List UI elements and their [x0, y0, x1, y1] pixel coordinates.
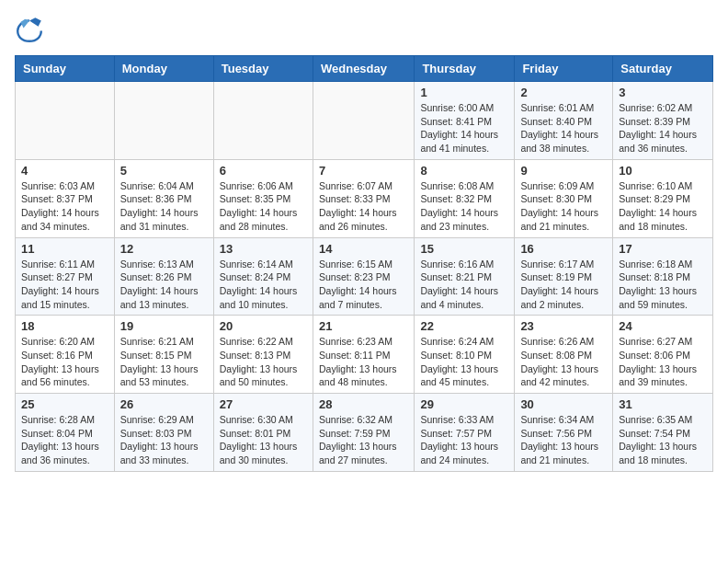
day-info: Sunrise: 6:04 AM Sunset: 8:36 PM Dayligh… [120, 179, 208, 234]
day-cell: 28Sunrise: 6:32 AM Sunset: 7:59 PM Dayli… [313, 394, 414, 472]
day-cell [114, 82, 213, 160]
day-info: Sunrise: 6:21 AM Sunset: 8:15 PM Dayligh… [120, 335, 208, 389]
header-day-sunday: Sunday [16, 56, 115, 82]
header-day-wednesday: Wednesday [313, 56, 414, 82]
day-number: 2 [520, 86, 607, 99]
day-number: 15 [420, 242, 508, 256]
day-number: 21 [319, 319, 408, 333]
header-day-saturday: Saturday [613, 56, 713, 82]
day-cell: 24Sunrise: 6:27 AM Sunset: 8:06 PM Dayli… [613, 316, 713, 394]
day-number: 5 [120, 164, 208, 178]
week-row-1: 1Sunrise: 6:00 AM Sunset: 8:41 PM Daylig… [16, 82, 713, 160]
day-cell: 2Sunrise: 6:01 AM Sunset: 8:40 PM Daylig… [515, 82, 613, 160]
day-cell: 8Sunrise: 6:08 AM Sunset: 8:32 PM Daylig… [415, 159, 515, 237]
day-info: Sunrise: 6:28 AM Sunset: 8:04 PM Dayligh… [21, 413, 108, 467]
day-number: 28 [319, 397, 408, 411]
day-info: Sunrise: 6:03 AM Sunset: 8:37 PM Dayligh… [21, 179, 108, 234]
day-info: Sunrise: 6:16 AM Sunset: 8:21 PM Dayligh… [420, 258, 508, 312]
day-cell: 4Sunrise: 6:03 AM Sunset: 8:37 PM Daylig… [16, 159, 115, 237]
calendar-body: 1Sunrise: 6:00 AM Sunset: 8:41 PM Daylig… [16, 82, 713, 472]
day-cell: 3Sunrise: 6:02 AM Sunset: 8:39 PM Daylig… [613, 82, 713, 160]
day-info: Sunrise: 6:20 AM Sunset: 8:16 PM Dayligh… [21, 335, 108, 389]
day-number: 7 [319, 164, 408, 178]
day-number: 19 [120, 319, 208, 333]
day-number: 30 [520, 397, 607, 411]
day-number: 20 [220, 319, 307, 333]
day-cell: 31Sunrise: 6:35 AM Sunset: 7:54 PM Dayli… [613, 394, 713, 472]
day-cell: 22Sunrise: 6:24 AM Sunset: 8:10 PM Dayli… [415, 316, 515, 394]
day-info: Sunrise: 6:08 AM Sunset: 8:32 PM Dayligh… [420, 179, 508, 234]
day-cell: 14Sunrise: 6:15 AM Sunset: 8:23 PM Dayli… [313, 237, 414, 316]
day-info: Sunrise: 6:26 AM Sunset: 8:08 PM Dayligh… [520, 335, 607, 389]
logo-icon [15, 15, 44, 44]
day-number: 11 [21, 242, 108, 256]
day-info: Sunrise: 6:30 AM Sunset: 8:01 PM Dayligh… [220, 413, 307, 467]
day-cell: 13Sunrise: 6:14 AM Sunset: 8:24 PM Dayli… [213, 237, 313, 316]
day-cell: 21Sunrise: 6:23 AM Sunset: 8:11 PM Dayli… [313, 316, 414, 394]
day-cell: 26Sunrise: 6:29 AM Sunset: 8:03 PM Dayli… [114, 394, 213, 472]
day-number: 14 [319, 242, 408, 256]
day-cell: 25Sunrise: 6:28 AM Sunset: 8:04 PM Dayli… [16, 394, 115, 472]
day-cell: 12Sunrise: 6:13 AM Sunset: 8:26 PM Dayli… [114, 237, 213, 316]
day-number: 12 [120, 242, 208, 256]
day-number: 9 [520, 164, 607, 178]
day-info: Sunrise: 6:14 AM Sunset: 8:24 PM Dayligh… [220, 258, 307, 312]
day-info: Sunrise: 6:13 AM Sunset: 8:26 PM Dayligh… [120, 258, 208, 312]
day-info: Sunrise: 6:22 AM Sunset: 8:13 PM Dayligh… [220, 335, 307, 389]
day-cell: 7Sunrise: 6:07 AM Sunset: 8:33 PM Daylig… [313, 159, 414, 237]
day-info: Sunrise: 6:18 AM Sunset: 8:18 PM Dayligh… [619, 258, 707, 312]
day-info: Sunrise: 6:27 AM Sunset: 8:06 PM Dayligh… [619, 335, 707, 389]
day-info: Sunrise: 6:24 AM Sunset: 8:10 PM Dayligh… [420, 335, 508, 389]
day-info: Sunrise: 6:02 AM Sunset: 8:39 PM Dayligh… [619, 101, 707, 155]
day-cell: 6Sunrise: 6:06 AM Sunset: 8:35 PM Daylig… [213, 159, 313, 237]
day-cell: 11Sunrise: 6:11 AM Sunset: 8:27 PM Dayli… [16, 237, 115, 316]
logo [15, 15, 48, 44]
header-day-friday: Friday [515, 56, 613, 82]
day-cell: 30Sunrise: 6:34 AM Sunset: 7:56 PM Dayli… [515, 394, 613, 472]
day-number: 13 [220, 242, 307, 256]
day-cell: 9Sunrise: 6:09 AM Sunset: 8:30 PM Daylig… [515, 159, 613, 237]
header-row: SundayMondayTuesdayWednesdayThursdayFrid… [16, 56, 713, 82]
week-row-2: 4Sunrise: 6:03 AM Sunset: 8:37 PM Daylig… [16, 159, 713, 237]
day-cell: 17Sunrise: 6:18 AM Sunset: 8:18 PM Dayli… [613, 237, 713, 316]
day-info: Sunrise: 6:34 AM Sunset: 7:56 PM Dayligh… [520, 413, 607, 467]
page-header [15, 15, 713, 44]
day-number: 17 [619, 242, 707, 256]
day-cell [213, 82, 313, 160]
header-day-thursday: Thursday [415, 56, 515, 82]
header-day-tuesday: Tuesday [213, 56, 313, 82]
day-number: 25 [21, 397, 108, 411]
day-info: Sunrise: 6:11 AM Sunset: 8:27 PM Dayligh… [21, 258, 108, 312]
calendar-header: SundayMondayTuesdayWednesdayThursdayFrid… [16, 56, 713, 82]
day-info: Sunrise: 6:33 AM Sunset: 7:57 PM Dayligh… [420, 413, 508, 467]
day-info: Sunrise: 6:17 AM Sunset: 8:19 PM Dayligh… [520, 258, 607, 312]
day-cell: 16Sunrise: 6:17 AM Sunset: 8:19 PM Dayli… [515, 237, 613, 316]
day-number: 8 [420, 164, 508, 178]
day-number: 23 [520, 319, 607, 333]
day-number: 10 [619, 164, 707, 178]
day-cell: 27Sunrise: 6:30 AM Sunset: 8:01 PM Dayli… [213, 394, 313, 472]
day-number: 16 [520, 242, 607, 256]
day-number: 29 [420, 397, 508, 411]
day-cell: 1Sunrise: 6:00 AM Sunset: 8:41 PM Daylig… [415, 82, 515, 160]
day-info: Sunrise: 6:06 AM Sunset: 8:35 PM Dayligh… [220, 179, 307, 234]
day-info: Sunrise: 6:09 AM Sunset: 8:30 PM Dayligh… [520, 179, 607, 234]
day-number: 22 [420, 319, 508, 333]
day-number: 4 [21, 164, 108, 178]
day-number: 26 [120, 397, 208, 411]
day-cell: 10Sunrise: 6:10 AM Sunset: 8:29 PM Dayli… [613, 159, 713, 237]
day-cell: 15Sunrise: 6:16 AM Sunset: 8:21 PM Dayli… [415, 237, 515, 316]
day-cell: 5Sunrise: 6:04 AM Sunset: 8:36 PM Daylig… [114, 159, 213, 237]
day-cell: 29Sunrise: 6:33 AM Sunset: 7:57 PM Dayli… [415, 394, 515, 472]
day-cell: 18Sunrise: 6:20 AM Sunset: 8:16 PM Dayli… [16, 316, 115, 394]
day-info: Sunrise: 6:23 AM Sunset: 8:11 PM Dayligh… [319, 335, 408, 389]
day-info: Sunrise: 6:35 AM Sunset: 7:54 PM Dayligh… [619, 413, 707, 467]
day-info: Sunrise: 6:15 AM Sunset: 8:23 PM Dayligh… [319, 258, 408, 312]
day-info: Sunrise: 6:32 AM Sunset: 7:59 PM Dayligh… [319, 413, 408, 467]
week-row-4: 18Sunrise: 6:20 AM Sunset: 8:16 PM Dayli… [16, 316, 713, 394]
day-number: 24 [619, 319, 707, 333]
day-info: Sunrise: 6:00 AM Sunset: 8:41 PM Dayligh… [420, 101, 508, 155]
day-cell: 19Sunrise: 6:21 AM Sunset: 8:15 PM Dayli… [114, 316, 213, 394]
day-cell: 20Sunrise: 6:22 AM Sunset: 8:13 PM Dayli… [213, 316, 313, 394]
day-cell [16, 82, 115, 160]
